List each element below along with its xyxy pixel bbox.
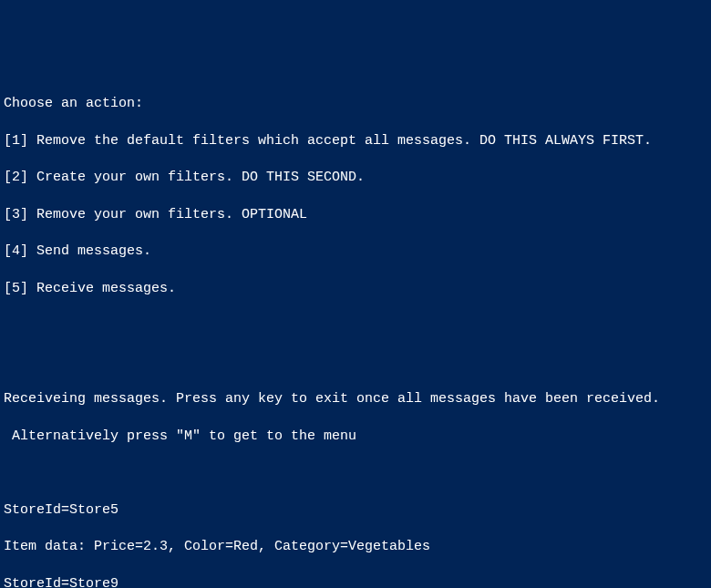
message-store-line: StoreId=Store9 (4, 575, 707, 588)
blank-line (4, 464, 707, 482)
status-line-2: Alternatively press "M" to get to the me… (4, 428, 707, 446)
blank-line (4, 316, 707, 335)
terminal-output[interactable]: Choose an action: [1] Remove the default… (4, 77, 707, 588)
menu-item-4: [4] Send messages. (4, 242, 707, 261)
blank-line (4, 354, 707, 372)
menu-header: Choose an action: (4, 95, 707, 113)
menu-item-2: [2] Create your own filters. DO THIS SEC… (4, 169, 707, 187)
message-data-line: Item data: Price=2.3, Color=Red, Categor… (4, 538, 707, 556)
status-line-1: Receiveing messages. Press any key to ex… (4, 390, 707, 408)
menu-item-3: [3] Remove your own filters. OPTIONAL (4, 206, 707, 224)
menu-item-5: [5] Receive messages. (4, 280, 707, 298)
message-store-line: StoreId=Store5 (4, 501, 707, 520)
menu-item-1: [1] Remove the default filters which acc… (4, 132, 707, 150)
